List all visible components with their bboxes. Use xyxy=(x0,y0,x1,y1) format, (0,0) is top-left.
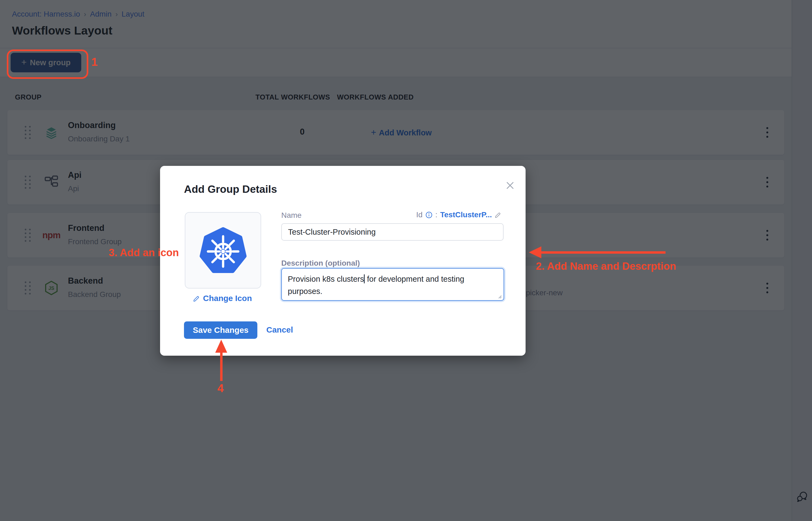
group-icon-preview[interactable] xyxy=(185,212,261,289)
change-icon-label: Change Icon xyxy=(203,294,252,303)
id-label: Id xyxy=(416,210,422,219)
id-value[interactable]: TestClusterP... xyxy=(440,210,492,219)
annotation-step-3: 3. Add an icon xyxy=(109,247,179,258)
cancel-button[interactable]: Cancel xyxy=(266,325,293,335)
description-text-before-cursor: Provision k8s clusters xyxy=(288,275,364,284)
id-separator: : xyxy=(435,210,437,219)
modal-title: Add Group Details xyxy=(184,183,277,195)
annotation-step-2: 2. Add Name and Descrption xyxy=(536,260,676,272)
save-changes-button[interactable]: Save Changes xyxy=(184,321,257,339)
screen: Account: Harness.io › Admin › Layout Wor… xyxy=(0,0,812,521)
pencil-icon xyxy=(193,295,200,302)
add-group-details-modal: Add Group Details xyxy=(160,166,526,356)
entity-id-row: Id : TestClusterP... xyxy=(416,210,502,219)
annotation-arrow-left-tail xyxy=(541,251,666,254)
annotation-arrow-left-icon xyxy=(529,246,541,258)
change-icon-button[interactable]: Change Icon xyxy=(185,294,260,303)
annotation-step-4: 4 xyxy=(217,382,224,395)
annotation-arrow-up-icon xyxy=(215,340,227,353)
description-field-label: Description (optional) xyxy=(281,259,360,268)
annotation-arrow-up-tail xyxy=(220,353,222,381)
edit-id-pencil-icon[interactable] xyxy=(495,211,502,218)
group-name-input[interactable] xyxy=(281,223,504,241)
annotation-highlight-box xyxy=(7,49,88,79)
info-icon[interactable] xyxy=(425,211,433,219)
close-icon[interactable] xyxy=(504,179,516,191)
resize-handle-icon[interactable] xyxy=(497,294,502,299)
annotation-step-1: 1 xyxy=(91,55,98,69)
name-field-label: Name xyxy=(281,211,302,220)
kubernetes-icon xyxy=(198,225,248,276)
group-description-textarea[interactable]: Provision k8s clusters for development a… xyxy=(281,268,504,301)
